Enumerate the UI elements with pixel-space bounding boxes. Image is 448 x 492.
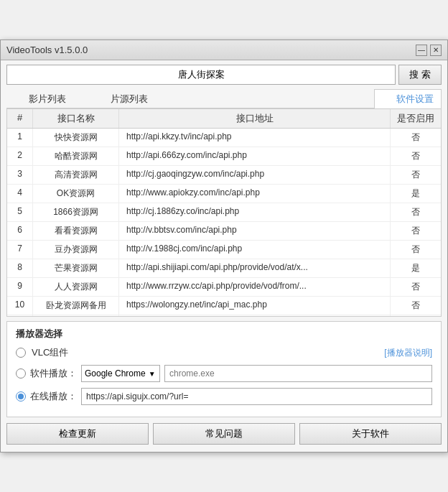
table-row[interactable]: 9 人人资源网 http://www.rrzyw.cc/api.php/prov…	[7, 278, 441, 297]
cell-id: 6	[7, 222, 33, 240]
cell-id: 8	[7, 259, 33, 277]
table-row[interactable]: 8 芒果资源网 http://api.shijiapi.com/api.php/…	[7, 259, 441, 278]
cell-url: http://api.kkzy.tv/inc/api.php	[119, 129, 391, 147]
table-row[interactable]: 3 高清资源网 http://cj.gaoqingzyw.com/inc/api…	[7, 166, 441, 185]
radio-vlc[interactable]	[16, 348, 26, 358]
cell-enabled: 否	[391, 147, 441, 165]
cell-name: 哈酷资源网	[33, 147, 119, 165]
table-row[interactable]: 2 哈酷资源网 http://api.666zy.com/inc/api.php…	[7, 147, 441, 166]
cell-name: 高清资源网	[33, 166, 119, 184]
cell-name: OK资源网	[33, 185, 119, 203]
close-button[interactable]: ✕	[430, 45, 442, 56]
cell-id: 2	[7, 147, 33, 165]
search-input[interactable]	[6, 65, 396, 85]
window-controls: — ✕	[416, 45, 442, 56]
cell-enabled: 否	[391, 222, 441, 240]
tab-film-list[interactable]: 影片列表	[6, 89, 88, 108]
cell-url: http://cj.1886zy.co/inc/api.php	[119, 203, 391, 221]
radio-online[interactable]	[16, 391, 26, 402]
cell-name: 人人资源网	[33, 278, 119, 296]
search-button[interactable]: 搜 索	[398, 65, 442, 85]
cell-id: 5	[7, 203, 33, 221]
cell-url: https://wolongzy.net/inc/api_mac.php	[119, 297, 391, 315]
table-row[interactable]: 6 看看资源网 http://v.bbtsv.com/inc/api.php 否	[7, 222, 441, 241]
cell-id: 11	[7, 315, 33, 317]
cell-enabled: 否	[391, 166, 441, 184]
footer-buttons: 检查更新 常见问题 关于软件	[6, 423, 442, 447]
cell-url: http://v.bbtsv.com/inc/api.php	[119, 222, 391, 240]
title-bar: VideoTools v1.5.0.0 — ✕	[1, 40, 447, 60]
player-section: 播放器选择 VLC组件 [播放器说明] 软件播放： Google Chrome …	[6, 321, 442, 417]
player-section-title: 播放器选择	[16, 328, 432, 340]
table-body[interactable]: 1 快快资源网 http://api.kkzy.tv/inc/api.php 否…	[7, 129, 441, 317]
browser-dropdown[interactable]: Google Chrome ▼	[81, 365, 160, 382]
cell-url: http://www.apiokzy.com/inc/api.php	[119, 185, 391, 203]
table-row[interactable]: 7 豆办资源网 http://v.1988cj.com/inc/api.php …	[7, 241, 441, 259]
player-option-software: 软件播放： Google Chrome ▼	[16, 365, 432, 382]
cell-id: 10	[7, 297, 33, 315]
cell-url: http://www.rrzyw.cc/api.php/provide/vod/…	[119, 278, 391, 296]
cell-id: 7	[7, 241, 33, 259]
search-bar: 搜 索	[6, 65, 442, 85]
cell-id: 1	[7, 129, 33, 147]
cell-url: http://cj.gaoqingzyw.com/inc/api.php	[119, 166, 391, 184]
online-url-input[interactable]	[81, 388, 432, 405]
cell-name: 卧龙资源网备用	[33, 297, 119, 315]
about-button[interactable]: 关于软件	[299, 423, 442, 445]
radio-software[interactable]	[16, 368, 26, 379]
cell-url: http://api.shijiapi.com/api.php/provide/…	[119, 259, 391, 277]
dropdown-arrow-icon: ▼	[149, 370, 156, 378]
cell-enabled: 否	[391, 297, 441, 315]
cell-enabled: 否	[391, 278, 441, 296]
table-row[interactable]: 5 1866资源网 http://cj.1886zy.co/inc/api.ph…	[7, 203, 441, 222]
label-vlc: VLC组件	[32, 346, 75, 359]
cell-enabled: 否	[391, 315, 441, 317]
cell-name: 1866资源网	[33, 203, 119, 221]
col-url: 接口地址	[119, 109, 391, 128]
player-option-vlc: VLC组件 [播放器说明]	[16, 346, 432, 359]
cell-name: 豆办资源网	[33, 241, 119, 259]
tab-bar: 影片列表 片源列表 软件设置	[6, 89, 442, 108]
cell-enabled: 否	[391, 203, 441, 221]
software-path-input[interactable]	[164, 365, 432, 382]
cell-enabled: 是	[391, 185, 441, 203]
main-window: VideoTools v1.5.0.0 — ✕ 搜 索 影片列表 片源列表 软件…	[0, 40, 448, 452]
cell-name: 看看资源网	[33, 222, 119, 240]
table-row[interactable]: 1 快快资源网 http://api.kkzy.tv/inc/api.php 否	[7, 129, 441, 147]
cell-enabled: 是	[391, 259, 441, 277]
cell-id: 4	[7, 185, 33, 203]
window-title: VideoTools v1.5.0.0	[6, 45, 88, 55]
cell-name: 芒果资源网	[33, 259, 119, 277]
window-content: 搜 索 影片列表 片源列表 软件设置 # 接口名称 接口地址 是否启用 1 快快…	[1, 60, 447, 452]
col-enabled: 是否启用	[391, 109, 441, 128]
label-online: 在线播放：	[30, 390, 77, 403]
cell-url: http://cj.yongjiiuzyw.com/inc/api.php	[119, 315, 391, 317]
api-table: # 接口名称 接口地址 是否启用 1 快快资源网 http://api.kkzy…	[6, 108, 442, 317]
cell-url: http://v.1988cj.com/inc/api.php	[119, 241, 391, 259]
player-help-link[interactable]: [播放器说明]	[384, 347, 432, 359]
player-option-online: 在线播放：	[16, 388, 432, 405]
col-name: 接口名称	[33, 109, 119, 128]
table-row[interactable]: 11 永久资源网 http://cj.yongjiiuzyw.com/inc/a…	[7, 315, 441, 317]
faq-button[interactable]: 常见问题	[153, 423, 295, 445]
minimize-button[interactable]: —	[416, 45, 427, 56]
label-software: 软件播放：	[30, 367, 77, 380]
tab-settings[interactable]: 软件设置	[374, 89, 442, 108]
col-id: #	[7, 109, 33, 128]
table-header: # 接口名称 接口地址 是否启用	[7, 109, 441, 129]
table-row[interactable]: 10 卧龙资源网备用 https://wolongzy.net/inc/api_…	[7, 297, 441, 315]
check-update-button[interactable]: 检查更新	[6, 423, 149, 445]
cell-name: 快快资源网	[33, 129, 119, 147]
cell-id: 9	[7, 278, 33, 296]
table-row[interactable]: 4 OK资源网 http://www.apiokzy.com/inc/api.p…	[7, 185, 441, 203]
browser-dropdown-value: Google Chrome	[85, 368, 146, 379]
cell-url: http://api.666zy.com/inc/api.php	[119, 147, 391, 165]
cell-name: 永久资源网	[33, 315, 119, 317]
tab-source-list[interactable]: 片源列表	[88, 89, 170, 108]
cell-enabled: 否	[391, 241, 441, 259]
cell-id: 3	[7, 166, 33, 184]
cell-enabled: 否	[391, 129, 441, 147]
